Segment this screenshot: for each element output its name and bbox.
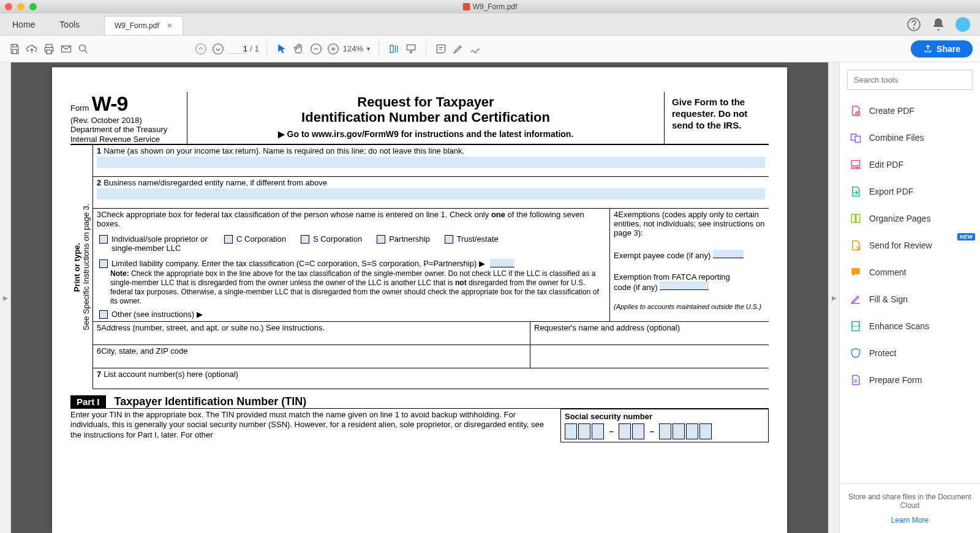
hand-tool-icon[interactable]	[292, 42, 306, 56]
llc-class-input[interactable]	[490, 259, 514, 267]
tool-send-for-review[interactable]: Send for ReviewNEW	[840, 232, 980, 259]
ssn-digit[interactable]	[578, 423, 590, 439]
zoom-level[interactable]: 124% ▼	[343, 44, 371, 53]
form-word: Form	[70, 103, 89, 113]
form-rev: (Rev. October 2018)	[70, 116, 182, 125]
print-icon[interactable]	[42, 42, 56, 56]
page-down-icon[interactable]	[211, 42, 225, 56]
cb-trust[interactable]	[445, 235, 453, 244]
maximize-window[interactable]	[29, 3, 37, 10]
line-1: 1Name (as shown on your income tax retur…	[93, 145, 769, 177]
business-name-input[interactable]	[97, 188, 765, 199]
main-toolbar: / 1 124% ▼ Share	[0, 35, 980, 62]
help-icon[interactable]	[907, 17, 921, 32]
home-tab[interactable]: Home	[0, 13, 47, 35]
tool-fill-sign[interactable]: Fill & Sign	[840, 286, 980, 313]
traffic-lights	[5, 3, 37, 10]
exempt-payee-input[interactable]	[713, 250, 744, 258]
fatca-code-input[interactable]	[660, 281, 709, 290]
svg-rect-3	[13, 49, 17, 53]
tool-organize-pages[interactable]: Organize Pages	[840, 205, 980, 232]
search-icon[interactable]	[76, 42, 91, 56]
email-icon[interactable]	[59, 42, 74, 56]
tool-prepare-form[interactable]: Prepare Form	[840, 367, 980, 393]
learn-more-link[interactable]: Learn More	[848, 516, 971, 524]
svg-point-7	[79, 45, 85, 51]
tool-create-pdf[interactable]: Create PDF	[840, 97, 980, 124]
selection-tool-icon[interactable]	[274, 42, 289, 56]
sign-icon[interactable]	[468, 42, 483, 56]
document-tab-label: W9_Form.pdf	[115, 21, 159, 30]
cb-individual[interactable]	[99, 235, 108, 244]
share-button[interactable]: Share	[911, 40, 973, 58]
tool-combine-files[interactable]: Combine Files	[840, 124, 980, 151]
sticky-note-icon[interactable]	[434, 42, 448, 56]
part-1-label: Part I	[70, 395, 106, 408]
svg-rect-21	[856, 214, 860, 222]
tools-tab[interactable]: Tools	[47, 13, 92, 35]
read-mode-icon[interactable]	[404, 42, 418, 56]
document-viewport[interactable]: Form W-9 (Rev. October 2018) Department …	[11, 62, 828, 533]
svg-rect-4	[46, 44, 52, 47]
user-avatar[interactable]	[956, 17, 970, 32]
svg-rect-12	[390, 45, 393, 53]
form-title-2: Identification Number and Certification	[194, 110, 658, 125]
document-tab[interactable]: W9_Form.pdf ✕	[104, 16, 183, 35]
ssn-digit[interactable]	[699, 423, 712, 439]
name-input[interactable]	[97, 157, 765, 168]
tool-enhance-scans[interactable]: Enhance Scans	[840, 313, 980, 340]
ssn-digit[interactable]	[659, 423, 671, 439]
zoom-out-icon[interactable]	[309, 42, 323, 56]
save-icon[interactable]	[7, 42, 22, 56]
ssn-digit[interactable]	[592, 423, 604, 439]
cb-scorp[interactable]	[301, 235, 309, 244]
svg-point-8	[196, 43, 206, 54]
page-current-input[interactable]	[228, 44, 247, 54]
search-tools-input[interactable]	[847, 70, 973, 90]
form-give: Give Form to the requester. Do not send …	[665, 92, 769, 144]
ssn-digit[interactable]	[686, 423, 698, 439]
svg-rect-20	[851, 214, 855, 222]
line-4: 4Exemptions (codes apply only to certain…	[609, 209, 769, 321]
right-panel-toggle[interactable]: ▸	[828, 62, 839, 533]
svg-rect-16	[855, 136, 860, 143]
tool-export-pdf[interactable]: Export PDF	[840, 178, 980, 205]
cloud-upload-icon[interactable]	[24, 42, 39, 56]
svg-point-9	[213, 43, 224, 54]
left-panel-toggle[interactable]: ▸	[0, 62, 11, 533]
pdf-page: Form W-9 (Rev. October 2018) Department …	[52, 67, 787, 533]
ssn-section: Social security number – –	[560, 409, 769, 442]
svg-point-1	[914, 28, 914, 28]
form-code: W-9	[92, 92, 128, 115]
ssn-digit[interactable]	[632, 423, 644, 439]
cloud-footer-text: Store and share files in the Document Cl…	[848, 493, 971, 510]
page-total: 1	[255, 44, 259, 53]
cb-llc[interactable]	[99, 259, 108, 268]
cb-ccorp[interactable]	[224, 235, 233, 244]
tools-panel: Create PDF Combine Files Edit PDF Export…	[839, 62, 980, 533]
cb-partnership[interactable]	[377, 235, 385, 244]
zoom-in-icon[interactable]	[326, 42, 341, 56]
form-title-1: Request for Taxpayer	[194, 94, 658, 110]
page-up-icon[interactable]	[194, 42, 208, 56]
close-tab-icon[interactable]: ✕	[167, 21, 173, 30]
window-titlebar: W9_Form.pdf	[0, 0, 980, 13]
tool-protect[interactable]: Protect	[840, 340, 980, 367]
part-1-title: Taxpayer Identification Number (TIN)	[115, 395, 307, 408]
fit-width-icon[interactable]	[386, 42, 401, 56]
ssn-digit[interactable]	[565, 423, 577, 439]
part-1-text: Enter your TIN in the appropriate box. T…	[70, 410, 551, 442]
minimize-window[interactable]	[17, 3, 24, 10]
svg-rect-5	[47, 50, 51, 53]
close-window[interactable]	[5, 3, 12, 10]
cb-other[interactable]	[99, 310, 108, 319]
window-title: W9_Form.pdf	[473, 2, 518, 11]
line-5: Address (number, street, and apt. or sui…	[101, 323, 325, 332]
requester-label: Requester's name and address (optional)	[534, 323, 680, 332]
highlight-icon[interactable]	[451, 42, 466, 56]
tool-edit-pdf[interactable]: Edit PDF	[840, 151, 980, 178]
notifications-icon[interactable]	[931, 17, 946, 32]
ssn-digit[interactable]	[673, 423, 685, 439]
ssn-digit[interactable]	[619, 423, 631, 439]
tool-comment[interactable]: Comment	[840, 259, 980, 286]
